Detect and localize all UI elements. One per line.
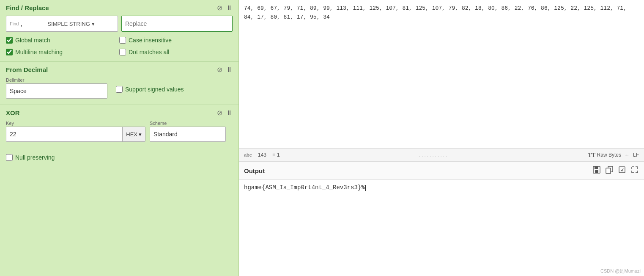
find-replace-header: Find / Replace ⊘ ⏸ [6,4,233,11]
options-row-1: Global match Case insensitive [6,37,233,44]
from-decimal-title: From Decimal [6,66,48,73]
status-right: 𝐓𝐓 Raw Bytes ← LF [588,152,639,159]
dot-matches-label: Dot matches all [129,49,169,55]
find-replace-pause-icon[interactable]: ⏸ [226,5,233,11]
text-cursor [365,185,366,191]
delimiter-input[interactable] [6,83,107,99]
delimiter-group: Delimiter [6,77,107,99]
output-paste-icon[interactable] [618,166,626,176]
scheme-group: Scheme [150,121,226,142]
multiline-label: Multiline matching [15,49,63,55]
multiline-option[interactable]: Multiline matching [6,49,119,55]
key-input[interactable] [6,127,122,141]
output-content[interactable]: hgame{ASM_Is_Imp0rt4nt_4_Rev3rs3}% [239,180,644,267]
xor-pause-icon[interactable]: ⏸ [226,110,233,116]
svg-rect-5 [619,167,625,173]
xor-title: XOR [6,109,20,116]
output-save-icon[interactable] [592,166,601,176]
support-signed-option[interactable]: Support signed values [116,86,184,93]
xor-header: XOR ⊘ ⏸ [6,109,233,116]
scheme-input[interactable] [150,127,226,142]
dot-matches-checkbox[interactable] [119,49,126,55]
null-preserving-option[interactable]: Null preserving [0,154,238,167]
global-match-label: Global match [15,37,50,44]
find-row: Find SIMPLE STRING ▾ [6,16,233,32]
support-signed-checkbox[interactable] [116,86,123,93]
replace-input[interactable] [125,20,229,27]
svg-rect-2 [595,170,598,173]
from-decimal-header: From Decimal ⊘ ⏸ [6,66,233,73]
case-insensitive-checkbox[interactable] [119,37,126,44]
hex-button[interactable]: HEX ▾ [122,127,145,141]
null-preserving-label: Null preserving [15,154,55,161]
xor-row: Key HEX ▾ Scheme [6,121,233,142]
xor-section: XOR ⊘ ⏸ Key HEX ▾ Scheme [0,105,238,148]
find-type-button[interactable]: SIMPLE STRING ▾ [47,21,94,27]
svg-rect-1 [595,166,598,169]
replace-input-wrap [121,16,233,32]
char-count: 143 [258,152,266,158]
from-decimal-pause-icon[interactable]: ⏸ [226,66,233,73]
divider-dots: ........... [419,152,449,158]
output-expand-icon[interactable] [630,166,639,176]
raw-bytes-button[interactable]: 𝐓𝐓 Raw Bytes [588,152,621,159]
xor-icons: ⊘ ⏸ [217,110,233,116]
from-decimal-icons: ⊘ ⏸ [217,66,233,73]
lf-badge: LF [633,152,639,158]
find-replace-disable-icon[interactable]: ⊘ [217,5,222,11]
dot-matches-option[interactable]: Dot matches all [119,49,233,55]
support-signed-label: Support signed values [125,86,184,93]
output-title: Output [244,167,265,174]
find-replace-icons: ⊘ ⏸ [217,5,233,11]
input-text: 74, 69, 67, 79, 71, 89, 99, 113, 111, 12… [244,5,627,20]
status-bar: abc 143 ≡ 1 ........... 𝐓𝐓 Raw Bytes ← L… [239,148,644,162]
options-row-2: Multiline matching Dot matches all [6,49,233,55]
find-input[interactable] [20,20,46,27]
abc-badge: abc [244,152,252,157]
multiline-checkbox[interactable] [6,49,13,55]
output-section: Output [239,162,644,276]
global-match-option[interactable]: Global match [6,37,119,44]
find-replace-section: Find / Replace ⊘ ⏸ Find SIMPLE STRING ▾ [0,0,238,62]
output-header: Output [239,162,644,180]
key-group: Key HEX ▾ [6,121,145,142]
find-input-wrap: Find SIMPLE STRING ▾ [6,16,118,32]
find-label: Find [10,21,19,26]
svg-rect-4 [606,168,611,174]
key-label: Key [6,121,145,126]
output-copy-icon[interactable] [605,166,614,176]
scheme-label: Scheme [150,121,226,126]
right-panel: 74, 69, 67, 79, 71, 89, 99, 113, 111, 12… [239,0,644,276]
from-decimal-disable-icon[interactable]: ⊘ [217,66,222,73]
left-panel: Find / Replace ⊘ ⏸ Find SIMPLE STRING ▾ [0,0,239,276]
output-text: hgame{ASM_Is_Imp0rt4nt_4_Rev3rs3}% [244,184,365,191]
status-left: abc 143 ≡ 1 [244,152,280,158]
input-area[interactable]: 74, 69, 67, 79, 71, 89, 99, 113, 111, 12… [239,0,644,148]
global-match-checkbox[interactable] [6,37,13,44]
line-count: ≡ 1 [272,152,280,158]
output-icons [592,166,639,176]
null-preserving-checkbox[interactable] [6,154,13,161]
xor-disable-icon[interactable]: ⊘ [217,110,222,116]
case-insensitive-label: Case insensitive [129,37,172,44]
find-replace-title: Find / Replace [6,4,49,11]
key-input-wrap: HEX ▾ [6,127,145,142]
attribution: CSDN @是Mumuzi [239,267,644,276]
case-insensitive-option[interactable]: Case insensitive [119,37,233,44]
from-decimal-section: From Decimal ⊘ ⏸ Delimiter Support signe… [0,62,238,105]
delimiter-row: Delimiter Support signed values [6,77,233,99]
delimiter-label: Delimiter [6,77,107,83]
